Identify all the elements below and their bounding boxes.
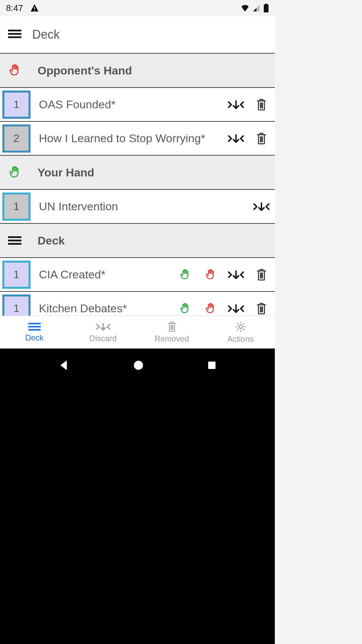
card-row[interactable]: 2 How I Learned to Stop Worrying* xyxy=(0,122,275,156)
ops-badge: 2 xyxy=(2,124,31,153)
ops-badge: 1 xyxy=(2,193,31,221)
ops-badge: 1 xyxy=(2,261,31,289)
tab-label: Discard xyxy=(89,334,117,343)
section-header-opponent: Opponent's Hand xyxy=(0,54,275,88)
discard-icon[interactable] xyxy=(228,267,244,283)
recents-button[interactable] xyxy=(207,360,217,370)
android-nav-bar xyxy=(0,348,275,382)
hand-icon-green xyxy=(8,166,21,179)
svg-rect-0 xyxy=(34,7,35,9)
battery-icon xyxy=(263,4,269,12)
trash-icon xyxy=(167,321,177,332)
cell-signal-icon xyxy=(253,4,260,12)
section-header-deck: Deck xyxy=(0,224,275,258)
ops-badge: 1 xyxy=(2,294,31,316)
back-button[interactable] xyxy=(58,359,70,371)
gear-icon xyxy=(235,321,246,332)
card-row[interactable]: 1 CIA Created* xyxy=(0,258,275,292)
deck-lines-icon xyxy=(28,322,41,331)
ops-badge: 1 xyxy=(2,91,31,119)
content-scroll[interactable]: Opponent's Hand 1 OAS Founded* 2 How I L… xyxy=(0,54,275,316)
status-time: 8:47 xyxy=(6,3,23,13)
filler xyxy=(0,382,275,644)
svg-line-20 xyxy=(243,323,244,324)
trash-icon[interactable] xyxy=(253,267,269,283)
section-title-deck: Deck xyxy=(38,234,65,247)
discard-icon[interactable] xyxy=(253,199,269,215)
app-bar: Deck xyxy=(0,16,275,54)
discard-icon[interactable] xyxy=(228,97,244,113)
to-opponent-hand-icon[interactable] xyxy=(202,267,219,283)
tab-removed[interactable]: Removed xyxy=(137,316,206,348)
trash-icon[interactable] xyxy=(253,97,269,113)
svg-line-18 xyxy=(237,323,238,324)
tab-deck[interactable]: Deck xyxy=(0,316,69,348)
svg-rect-3 xyxy=(265,4,267,5)
tab-label: Deck xyxy=(25,333,44,342)
trash-icon[interactable] xyxy=(253,301,269,316)
card-label: OAS Founded* xyxy=(36,98,225,111)
tab-actions[interactable]: Actions xyxy=(206,316,275,348)
svg-line-19 xyxy=(243,329,244,330)
to-your-hand-icon[interactable] xyxy=(177,267,193,283)
section-header-your: Your Hand xyxy=(0,156,275,190)
svg-rect-2 xyxy=(264,4,268,12)
card-label: Kitchen Debates* xyxy=(36,302,174,315)
bottom-tabs: Deck Discard Removed Actions xyxy=(0,316,275,348)
tab-discard[interactable]: Discard xyxy=(69,316,137,348)
menu-icon[interactable] xyxy=(8,29,21,40)
svg-point-13 xyxy=(239,325,242,328)
discard-icon[interactable] xyxy=(228,301,244,316)
to-opponent-hand-icon[interactable] xyxy=(202,301,219,316)
card-label: CIA Created* xyxy=(36,268,174,281)
discard-icon xyxy=(95,322,111,332)
warning-icon xyxy=(30,3,39,13)
section-title-your: Your Hand xyxy=(38,166,94,179)
card-row[interactable]: 1 Kitchen Debates* xyxy=(0,292,275,316)
section-title-opponent: Opponent's Hand xyxy=(38,64,132,77)
svg-rect-23 xyxy=(208,362,216,369)
home-button[interactable] xyxy=(133,360,144,371)
status-bar: 8:47 xyxy=(0,0,275,16)
card-label: UN Intervention xyxy=(36,200,251,213)
trash-icon[interactable] xyxy=(253,130,269,147)
card-row[interactable]: 1 OAS Founded* xyxy=(0,88,275,122)
svg-rect-1 xyxy=(34,10,35,11)
tab-label: Actions xyxy=(227,334,254,344)
hand-icon-red xyxy=(8,64,21,77)
card-label: How I Learned to Stop Worrying* xyxy=(36,132,225,145)
svg-line-21 xyxy=(237,329,238,330)
tab-label: Removed xyxy=(155,334,189,343)
page-title: Deck xyxy=(32,28,60,42)
svg-point-22 xyxy=(134,361,143,370)
deck-lines-icon xyxy=(8,236,21,245)
discard-icon[interactable] xyxy=(228,130,244,147)
to-your-hand-icon[interactable] xyxy=(177,301,193,316)
wifi-icon xyxy=(241,4,249,12)
card-row[interactable]: 1 UN Intervention xyxy=(0,190,275,224)
